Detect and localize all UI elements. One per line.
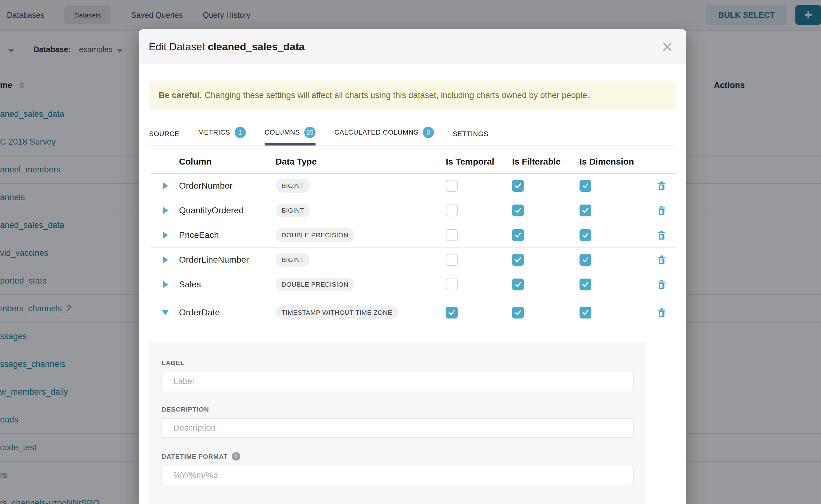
data-type-pill: DOUBLE PRECISION: [275, 278, 354, 291]
is-filterable-checkbox[interactable]: [512, 180, 524, 192]
column-name: Sales: [179, 279, 275, 289]
column-header: Column: [179, 157, 275, 167]
expand-caret-icon[interactable]: [163, 182, 168, 189]
is-temporal-header: Is Temporal: [446, 157, 512, 167]
column-row: OrderDate TIMESTAMP WITHOUT TIME ZONE: [151, 297, 676, 328]
is-filterable-checkbox[interactable]: [512, 279, 524, 290]
label-field: LABEL: [161, 359, 634, 391]
is-filterable-checkbox[interactable]: [512, 254, 524, 266]
delete-column-button[interactable]: [657, 205, 666, 216]
delete-column-button[interactable]: [657, 230, 666, 240]
column-row: PriceEach DOUBLE PRECISION: [151, 223, 676, 248]
modal-tabs: SOURCE METRICS 1 COLUMNS 25 CALCULATED C…: [149, 127, 676, 146]
columns-count-badge: 25: [304, 127, 315, 138]
datetime-format-field-label: DATETIME FORMAT i: [161, 452, 634, 461]
is-temporal-checkbox[interactable]: [446, 279, 458, 290]
data-type-pill: BIGINT: [275, 179, 310, 193]
is-dimension-checkbox[interactable]: [580, 205, 591, 216]
column-row: OrderNumber BIGINT: [151, 174, 676, 198]
delete-column-button[interactable]: [657, 279, 666, 290]
column-row: Sales DOUBLE PRECISION: [151, 272, 676, 297]
expand-caret-icon[interactable]: [163, 281, 168, 288]
is-temporal-checkbox[interactable]: [446, 254, 458, 266]
is-filterable-checkbox[interactable]: [512, 205, 524, 216]
description-field-label: DESCRIPTION: [161, 406, 634, 413]
warning-text: Changing these settings will affect all …: [205, 91, 590, 100]
modal-title: Edit Dataset cleaned_sales_data: [149, 41, 304, 53]
calculated-columns-count-badge: 0: [423, 127, 434, 138]
expand-caret-icon[interactable]: [163, 207, 168, 214]
is-temporal-checkbox[interactable]: [446, 205, 458, 216]
edit-dataset-modal: Edit Dataset cleaned_sales_data Be caref…: [139, 29, 686, 504]
delete-column-button[interactable]: [657, 307, 666, 318]
is-dimension-checkbox[interactable]: [580, 254, 591, 266]
is-dimension-checkbox[interactable]: [580, 180, 591, 192]
metrics-count-badge: 1: [235, 127, 246, 138]
delete-column-button[interactable]: [657, 254, 666, 265]
expand-caret-icon[interactable]: [163, 232, 168, 239]
data-type-pill: TIMESTAMP WITHOUT TIME ZONE: [275, 306, 398, 319]
info-icon[interactable]: i: [232, 452, 240, 461]
warning-banner: Be careful. Changing these settings will…: [149, 81, 676, 110]
data-type-pill: DOUBLE PRECISION: [275, 228, 354, 242]
modal-body: Be careful. Changing these settings will…: [139, 81, 686, 504]
column-name: OrderDate: [179, 308, 275, 318]
tab-metrics[interactable]: METRICS 1: [198, 127, 246, 145]
description-input[interactable]: [161, 418, 634, 438]
is-dimension-header: Is Dimension: [580, 157, 644, 167]
data-type-header: Data Type: [275, 157, 446, 167]
data-type-pill: BIGINT: [275, 253, 310, 267]
column-editor-panel: LABEL DESCRIPTION DATETIME FORMAT i: [149, 342, 646, 504]
datetime-format-input[interactable]: [161, 466, 634, 485]
is-dimension-checkbox[interactable]: [580, 307, 591, 319]
column-row: QuantityOrdered BIGINT: [151, 198, 676, 223]
tab-columns[interactable]: COLUMNS 25: [264, 127, 316, 146]
column-name: OrderLineNumber: [179, 255, 275, 265]
dataset-name: cleaned_sales_data: [208, 41, 304, 52]
is-temporal-checkbox[interactable]: [446, 229, 458, 241]
modal-header: Edit Dataset cleaned_sales_data: [139, 29, 686, 64]
tab-source[interactable]: SOURCE: [149, 130, 179, 145]
close-icon[interactable]: [662, 41, 673, 52]
warning-bold: Be careful.: [159, 91, 202, 100]
delete-column-button[interactable]: [657, 180, 666, 191]
collapse-caret-icon[interactable]: [162, 310, 169, 315]
is-temporal-checkbox[interactable]: [446, 180, 458, 192]
column-name: OrderNumber: [179, 181, 275, 191]
tab-settings[interactable]: SETTINGS: [453, 130, 488, 145]
label-input[interactable]: [161, 372, 634, 391]
is-temporal-checkbox[interactable]: [446, 307, 458, 319]
datetime-format-field: DATETIME FORMAT i: [161, 452, 634, 485]
column-name: QuantityOrdered: [179, 205, 275, 215]
is-filterable-header: Is Filterable: [512, 157, 580, 167]
is-filterable-checkbox[interactable]: [512, 229, 524, 241]
columns-table: Column Data Type Is Temporal Is Filterab…: [149, 151, 676, 328]
label-field-label: LABEL: [161, 359, 634, 367]
column-name: PriceEach: [179, 230, 275, 240]
tab-calculated-columns[interactable]: CALCULATED COLUMNS 0: [334, 127, 434, 145]
column-row: OrderLineNumber BIGINT: [151, 248, 676, 272]
is-dimension-checkbox[interactable]: [580, 279, 591, 290]
columns-table-header: Column Data Type Is Temporal Is Filterab…: [151, 151, 676, 174]
is-dimension-checkbox[interactable]: [580, 229, 591, 241]
expand-caret-icon[interactable]: [163, 256, 168, 263]
description-field: DESCRIPTION: [161, 406, 634, 438]
is-filterable-checkbox[interactable]: [512, 307, 524, 319]
data-type-pill: BIGINT: [275, 204, 310, 217]
screen: Databases Datasets Saved Queries Query H…: [0, 0, 821, 504]
